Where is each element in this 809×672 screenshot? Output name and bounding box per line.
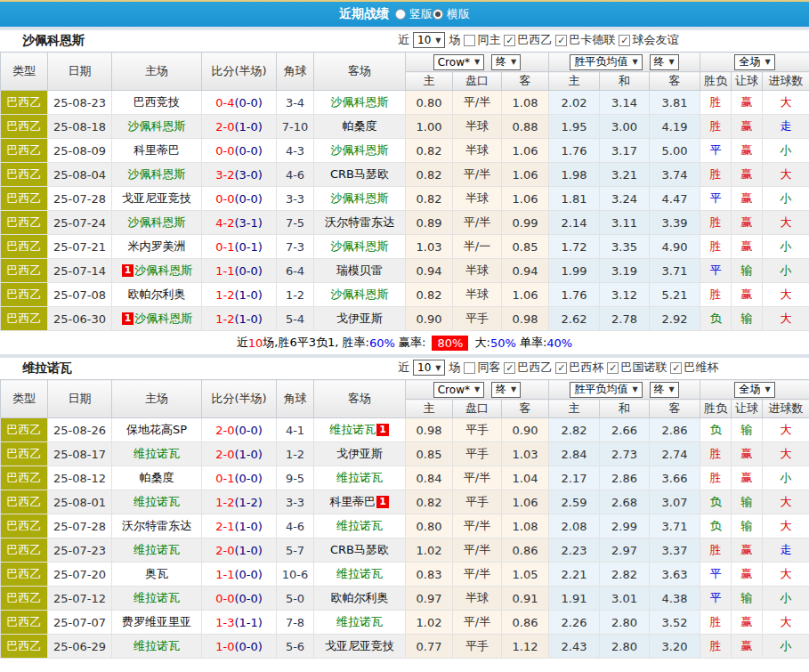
avg-stage-select[interactable]: 终▼ bbox=[650, 382, 679, 398]
corner-score: 4-6 bbox=[286, 520, 304, 533]
table-head: 类型日期主场比分(半场)角球客场Crow*▼终▼胜平负均值▼终▼全场▼主盘口客主… bbox=[1, 53, 809, 91]
away-team-cell[interactable]: 戈伊亚斯 bbox=[314, 442, 406, 466]
red-card-badge: 1 bbox=[376, 424, 389, 436]
checkbox-checked-icon: ✓ bbox=[555, 35, 567, 46]
bookmaker-select[interactable]: Crow*▼ bbox=[433, 382, 484, 398]
away-team-cell[interactable]: CRB马瑟欧 bbox=[314, 538, 406, 563]
column-header-0: 类型 bbox=[1, 380, 48, 418]
layout-radio-vertical[interactable]: 竖版 bbox=[395, 6, 433, 22]
home-team-cell[interactable]: 米内罗美洲 bbox=[112, 235, 202, 259]
away-team-cell[interactable]: 帕桑度 bbox=[314, 115, 406, 139]
away-team-cell[interactable]: 科里蒂巴1 bbox=[314, 490, 406, 514]
scope-select[interactable]: 全场▼ bbox=[734, 54, 774, 70]
home-team-cell[interactable]: 1沙佩科恩斯 bbox=[112, 307, 202, 331]
home-team-cell[interactable]: 保地花高SP bbox=[112, 418, 202, 442]
filter-checkbox-3[interactable]: ✓球会友谊 bbox=[619, 32, 678, 48]
home-team-cell[interactable]: 帕桑度 bbox=[112, 466, 202, 490]
home-team-name: 沃尔特雷东达 bbox=[122, 519, 191, 532]
scope-select[interactable]: 全场▼ bbox=[734, 382, 774, 398]
date-cell: 25-07-08 bbox=[48, 283, 112, 307]
chevron-down-icon: ▼ bbox=[435, 364, 441, 372]
home-team-cell[interactable]: 沙佩科恩斯 bbox=[112, 211, 202, 235]
bookmaker-select[interactable]: Crow*▼ bbox=[433, 54, 484, 70]
filter-checkbox-3[interactable]: ✓巴国诺联 bbox=[607, 360, 667, 376]
filter-checkbox-1[interactable]: ✓巴西乙 bbox=[504, 360, 552, 376]
avg-draw-odds: 3.35 bbox=[600, 235, 650, 259]
away-team-cell[interactable]: 戈伊亚斯 bbox=[314, 307, 406, 331]
away-team-cell[interactable]: 沙佩科恩斯 bbox=[314, 187, 406, 211]
odds-stage-select[interactable]: 终▼ bbox=[491, 382, 521, 398]
chevron-down-icon: ▼ bbox=[474, 58, 480, 66]
away-team-cell[interactable]: 瑞模贝雷 bbox=[314, 259, 406, 283]
avg-away-odds: 5.21 bbox=[650, 283, 700, 307]
handicap-away-odds: 0.98 bbox=[502, 307, 549, 331]
corner-cell: 3-4 bbox=[277, 91, 314, 115]
score-cell: 3-2(3-0) bbox=[202, 163, 277, 187]
home-team-name: 费罗维亚里亚 bbox=[122, 615, 191, 628]
filter-checkbox-1[interactable]: ✓巴西乙 bbox=[504, 32, 552, 48]
away-team-cell[interactable]: 沙佩科恩斯 bbox=[314, 235, 406, 259]
home-team-cell[interactable]: 沃尔特雷东达 bbox=[112, 514, 202, 538]
date-cell: 25-07-23 bbox=[48, 538, 112, 563]
corner-score: 6-4 bbox=[286, 264, 304, 278]
avg-odds-select[interactable]: 胜平负均值▼ bbox=[570, 382, 642, 398]
filter-checkbox-0[interactable]: 同客 bbox=[464, 360, 500, 376]
corner-cell: 3-3 bbox=[277, 187, 314, 211]
home-team-cell[interactable]: 沙佩科恩斯 bbox=[112, 163, 202, 187]
corner-cell: 10-6 bbox=[277, 563, 314, 587]
home-team-cell[interactable]: 巴西竞技 bbox=[112, 91, 202, 115]
home-team-cell[interactable]: 奥瓦 bbox=[112, 563, 202, 587]
result-outcome: 胜 bbox=[700, 115, 732, 139]
handicap-line: 半/一 bbox=[453, 235, 502, 259]
home-team-cell[interactable]: 维拉诺瓦 bbox=[112, 490, 202, 514]
match-row: 巴西乙25-08-12帕桑度0-1(0-0)9-5维拉诺瓦0.84平/半1.04… bbox=[1, 466, 809, 490]
handicap-line: 半球 bbox=[453, 259, 502, 283]
away-team-cell[interactable]: 沙佩科恩斯 bbox=[314, 139, 406, 163]
sub-header-3: 主 bbox=[549, 72, 600, 91]
home-team-cell[interactable]: 费罗维亚里亚 bbox=[112, 611, 202, 635]
filter-checkbox-2[interactable]: ✓巴卡德联 bbox=[555, 32, 615, 48]
fulltime-score: 2-1 bbox=[215, 520, 234, 533]
home-team-cell[interactable]: 戈亚尼亚竞技 bbox=[112, 187, 202, 211]
away-team-cell[interactable]: CRB马瑟欧 bbox=[314, 163, 406, 187]
home-team-cell[interactable]: 维拉诺瓦 bbox=[112, 587, 202, 611]
home-team-cell[interactable]: 维拉诺瓦 bbox=[112, 442, 202, 466]
away-team-cell[interactable]: 维拉诺瓦 bbox=[314, 514, 406, 538]
result-goals: 大 bbox=[763, 611, 809, 635]
column-header-2: 主场 bbox=[112, 53, 202, 91]
avg-away-odds: 3.37 bbox=[650, 538, 700, 563]
away-team-name: 帕桑度 bbox=[343, 119, 377, 133]
avg-odds-select[interactable]: 胜平负均值▼ bbox=[570, 54, 642, 70]
home-team-cell[interactable]: 科里蒂巴 bbox=[112, 139, 202, 163]
away-team-cell[interactable]: 戈亚尼亚竞技 bbox=[314, 635, 406, 659]
away-team-cell[interactable]: 沙佩科恩斯 bbox=[314, 91, 406, 115]
filter-checkbox-0[interactable]: 同主 bbox=[464, 32, 500, 48]
checkbox-unchecked-icon bbox=[464, 362, 475, 374]
home-team-cell[interactable]: 沙佩科恩斯 bbox=[112, 115, 202, 139]
away-team-cell[interactable]: 维拉诺瓦 bbox=[314, 563, 406, 587]
away-team-cell[interactable]: 维拉诺瓦 bbox=[314, 611, 406, 635]
match-row: 巴西乙25-08-17维拉诺瓦2-0(1-0)1-2戈伊亚斯0.85平手1.03… bbox=[1, 442, 809, 466]
home-team-cell[interactable]: 维拉诺瓦 bbox=[112, 635, 202, 659]
away-team-cell[interactable]: 沙佩科恩斯 bbox=[314, 283, 406, 307]
match-count-select[interactable]: 10▼ bbox=[413, 32, 445, 48]
corner-score: 5-0 bbox=[286, 592, 304, 605]
fulltime-score: 0-4 bbox=[215, 96, 234, 109]
filter-checkbox-4[interactable]: ✓巴维杯 bbox=[670, 360, 718, 376]
column-header-3: 比分(半场) bbox=[202, 380, 277, 418]
table-body: 巴西乙25-08-23巴西竞技0-4(0-0)3-4沙佩科恩斯0.80平/半1.… bbox=[1, 91, 809, 331]
result-handicap: 赢 bbox=[732, 163, 763, 187]
match-count-select[interactable]: 10▼ bbox=[413, 360, 445, 376]
home-team-cell[interactable]: 欧帕尔利奥 bbox=[112, 283, 202, 307]
away-team-cell[interactable]: 欧帕尔利奥 bbox=[314, 587, 406, 611]
away-team-cell[interactable]: 维拉诺瓦1 bbox=[314, 418, 406, 442]
away-team-cell[interactable]: 维拉诺瓦 bbox=[314, 466, 406, 490]
odds-stage-select[interactable]: 终▼ bbox=[491, 54, 521, 70]
away-team-cell[interactable]: 沃尔特雷东达 bbox=[314, 211, 406, 235]
filter-checkbox-2[interactable]: ✓巴西杯 bbox=[555, 360, 603, 376]
layout-radio-horizontal[interactable]: 横版 bbox=[433, 6, 470, 22]
home-team-cell[interactable]: 维拉诺瓦 bbox=[112, 538, 202, 563]
avg-stage-select[interactable]: 终▼ bbox=[650, 54, 679, 70]
date-cell: 25-08-01 bbox=[48, 490, 112, 514]
home-team-cell[interactable]: 1沙佩科恩斯 bbox=[112, 259, 202, 283]
